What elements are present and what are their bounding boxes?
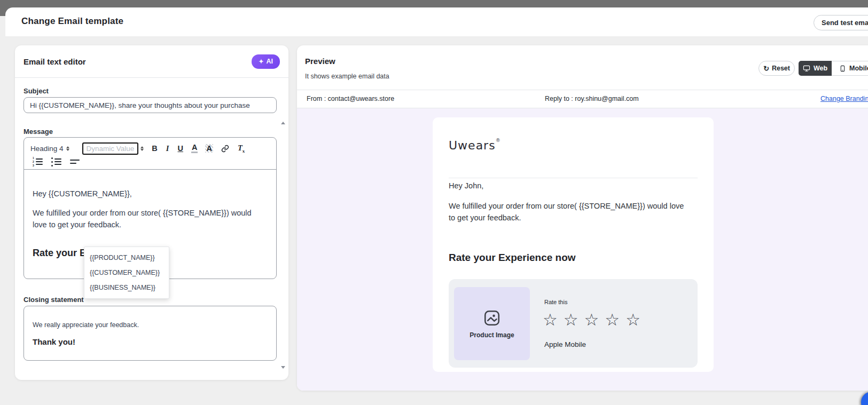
email-preview-background: Uwears® Hey John, We fulfilled your orde…	[297, 108, 868, 391]
product-name: Apple Mobile	[544, 340, 586, 348]
ai-button[interactable]: ✦ AI	[252, 54, 280, 69]
preview-greeting: Hey John,	[449, 181, 483, 190]
brand-logo: Uwears®	[449, 138, 501, 152]
bullet-list-icon[interactable]	[51, 157, 61, 166]
message-editor: Heading 4 Dynamic Value B I U A A	[24, 137, 277, 279]
underline-button[interactable]: U	[177, 144, 184, 153]
clear-format-button[interactable]: Tx	[237, 144, 245, 154]
reset-icon: ↺	[763, 65, 769, 72]
closing-statement-label: Closing statement	[24, 296, 84, 304]
email-meta-bar: From : contact@uwears.store Reply to : r…	[297, 90, 868, 108]
web-view-button[interactable]: Web	[799, 61, 832, 76]
italic-button[interactable]: I	[166, 144, 170, 153]
scroll-up-icon[interactable]	[281, 122, 285, 124]
preview-header: Preview It shows example email data ↺ Re…	[297, 45, 868, 90]
dropdown-item-product-name[interactable]: {{PRODUCT_NAME}}	[84, 250, 169, 265]
link-icon	[221, 145, 229, 153]
page-header: Change Email template Send test email	[5, 7, 868, 36]
heading-style-select[interactable]: Heading 4	[30, 145, 69, 153]
message-greeting: Hey {{CUSTOMER_NAME}},	[33, 188, 268, 200]
phone-icon	[839, 65, 846, 73]
dropdown-item-business-name[interactable]: {{BUSINESS_NAME}}	[84, 280, 169, 295]
editor-title: Email text editor	[24, 57, 86, 66]
image-icon	[483, 309, 501, 327]
heading-style-value: Heading 4	[30, 145, 64, 153]
product-rating-card: Product Image Rate this ☆☆☆☆☆ Apple Mobi…	[449, 279, 698, 368]
dynamic-value-placeholder: Dynamic Value	[82, 142, 139, 155]
email-preview-card: Uwears® Hey John, We fulfilled your orde…	[433, 117, 714, 372]
subject-input[interactable]	[24, 97, 277, 113]
preview-body: We fulfilled your order from our store( …	[449, 200, 689, 224]
preview-title: Preview	[305, 57, 335, 66]
preview-panel: Preview It shows example email data ↺ Re…	[297, 45, 868, 391]
page-title: Change Email template	[21, 16, 123, 27]
select-arrows-icon	[140, 146, 144, 151]
view-mode-segmented-control: Web Mobile	[799, 61, 868, 76]
ai-button-label: AI	[267, 58, 273, 65]
editor-header: Email text editor ✦ AI	[15, 45, 288, 78]
highlight-button[interactable]: A	[205, 144, 213, 153]
reply-to-address: Reply to : roy.shinu@gmail.com	[545, 95, 639, 102]
star-rating[interactable]: ☆☆☆☆☆	[543, 310, 646, 330]
message-body: We fulfilled your order from our store( …	[33, 207, 268, 231]
closing-bold-text: Thank you!	[33, 337, 268, 346]
from-address: From : contact@uwears.store	[307, 95, 394, 102]
sparkle-icon: ✦	[259, 59, 263, 65]
select-arrows-icon	[66, 146, 69, 151]
reset-button[interactable]: ↺ Reset	[758, 61, 795, 76]
dynamic-value-dropdown: {{PRODUCT_NAME}} {{CUSTOMER_NAME}} {{BUS…	[84, 247, 169, 299]
preview-heading: Rate your Experience now	[449, 252, 576, 264]
product-image-placeholder: Product Image	[454, 287, 530, 360]
align-left-icon[interactable]	[70, 160, 80, 164]
web-label: Web	[814, 65, 827, 72]
ordered-list-icon[interactable]: 123	[33, 157, 43, 167]
email-text-editor-panel: Email text editor ✦ AI Subject Message H…	[15, 45, 288, 380]
registered-mark: ®	[496, 138, 501, 143]
closing-statement-editor[interactable]: We really appreciate your feedback. Than…	[24, 306, 277, 361]
dynamic-value-select[interactable]: Dynamic Value	[82, 142, 144, 155]
text-color-button[interactable]: A	[191, 144, 198, 153]
mobile-label: Mobile	[849, 65, 868, 72]
closing-text: We really appreciate your feedback.	[33, 321, 268, 329]
subject-label: Subject	[24, 87, 49, 95]
preview-subtitle: It shows example email data	[305, 73, 389, 80]
dropdown-item-customer-name[interactable]: {{CUSTOMER_NAME}}	[84, 265, 169, 280]
send-test-email-button[interactable]: Send test email	[814, 15, 868, 30]
change-branding-link[interactable]: Change Branding	[820, 95, 868, 102]
monitor-icon	[803, 65, 810, 72]
reset-label: Reset	[772, 65, 790, 72]
rate-this-label: Rate this	[544, 299, 567, 305]
bold-button[interactable]: B	[151, 144, 158, 153]
email-divider	[449, 178, 698, 178]
editor-toolbar: Heading 4 Dynamic Value B I U A A	[24, 138, 276, 170]
scroll-down-icon[interactable]	[281, 366, 285, 369]
product-image-label: Product Image	[470, 331, 514, 339]
mobile-view-button[interactable]: Mobile	[832, 61, 868, 76]
message-label: Message	[24, 128, 53, 136]
link-button[interactable]	[221, 145, 230, 153]
